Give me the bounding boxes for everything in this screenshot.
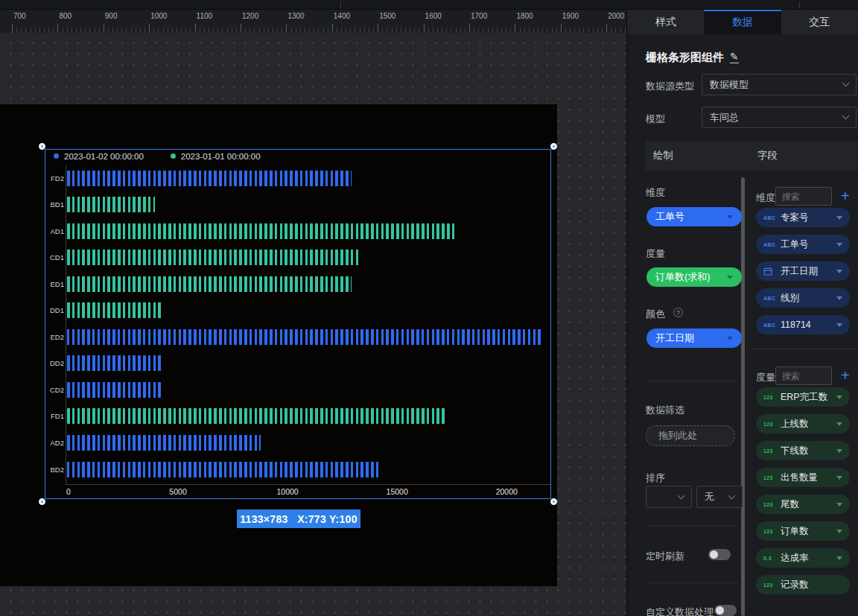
- scrollbar-thumb[interactable]: [741, 177, 745, 616]
- field-type-icon: 123: [763, 582, 776, 588]
- measure-field-pill[interactable]: 123上线数: [756, 414, 850, 434]
- dimension-field-pill[interactable]: ABC118714: [756, 315, 850, 334]
- edit-pencil-icon[interactable]: ✎: [730, 51, 739, 63]
- measure-field-pill[interactable]: 123尾数: [756, 495, 850, 514]
- resize-handle-bottom-left[interactable]: [39, 498, 45, 505]
- chart-legend: 2023-01-02 00:00:002023-01-01 00:00:00: [54, 150, 261, 162]
- help-icon[interactable]: ?: [673, 308, 683, 317]
- field-name: 下线数: [781, 445, 809, 457]
- sort-field-select[interactable]: [646, 486, 692, 508]
- chevron-down-icon: [678, 492, 685, 499]
- artboard[interactable]: 2023-01-02 00:00:002023-01-01 00:00:00 F…: [0, 104, 557, 586]
- bar-row: CD2: [45, 382, 551, 398]
- dimension-field-pill[interactable]: ABC工单号: [756, 235, 850, 254]
- add-measure-button[interactable]: +: [841, 368, 850, 383]
- tab-data[interactable]: 数据: [704, 10, 781, 34]
- add-dimension-button[interactable]: +: [841, 188, 850, 203]
- bar[interactable]: [67, 197, 155, 212]
- filter-dropzone[interactable]: 拖到此处: [646, 425, 735, 446]
- dimension-pill[interactable]: 工单号: [646, 207, 742, 226]
- color-pill[interactable]: 开工日期: [646, 328, 742, 348]
- bar[interactable]: [67, 223, 455, 239]
- field-type-icon: ABC: [763, 242, 776, 247]
- bar[interactable]: [67, 302, 162, 318]
- measure-search-input[interactable]: [775, 366, 832, 385]
- field-name: 达成率: [781, 552, 809, 565]
- field-name: 118714: [781, 320, 811, 330]
- ruler-number: 1600: [425, 12, 442, 20]
- resize-handle-top-left[interactable]: [39, 143, 45, 150]
- measure-field-pill[interactable]: 0.3达成率: [756, 548, 850, 568]
- dimension-search-input[interactable]: [775, 187, 832, 206]
- bar-category-label: ED2: [45, 329, 64, 345]
- field-type-icon: 123: [763, 448, 776, 454]
- subtab-fields[interactable]: 字段: [757, 149, 778, 162]
- model-select[interactable]: 车间总: [702, 107, 857, 128]
- chevron-down-icon: [836, 503, 842, 507]
- fields-measure-label: 度量: [756, 371, 775, 384]
- dimension-field-pill[interactable]: ABC线别: [756, 288, 850, 308]
- legend-label: 2023-01-01 00:00:00: [181, 152, 261, 161]
- bar[interactable]: [67, 382, 162, 398]
- bar[interactable]: [67, 462, 381, 477]
- measure-field-pill[interactable]: 123下线数: [756, 441, 850, 460]
- x-axis-tick-label: 15000: [387, 487, 408, 496]
- field-type-icon: ABC: [763, 296, 776, 301]
- legend-item[interactable]: 2023-01-01 00:00:00: [171, 152, 261, 161]
- bar[interactable]: [67, 355, 162, 371]
- subtab-draw[interactable]: 绘制: [653, 149, 673, 162]
- bar[interactable]: [67, 250, 358, 265]
- chevron-down-icon: [842, 80, 850, 87]
- x-axis-tick-label: 20000: [496, 487, 518, 496]
- measure-field-pill[interactable]: 123ERP完工数: [756, 387, 850, 407]
- auto-refresh-toggle[interactable]: [708, 549, 731, 560]
- model-value: 车间总: [710, 111, 739, 124]
- ruler-number: 2000: [608, 12, 624, 20]
- bar[interactable]: [67, 171, 352, 186]
- resize-handle-bottom-right[interactable]: [550, 498, 557, 505]
- custom-processing-label: 自定义数据处理: [646, 606, 714, 616]
- bar[interactable]: [67, 435, 261, 451]
- chevron-down-icon: [836, 270, 842, 273]
- ruler-number: 1900: [562, 12, 579, 20]
- field-type-icon: ABC: [763, 215, 776, 220]
- bar[interactable]: [67, 329, 541, 345]
- field-type-icon: 0.3: [763, 556, 776, 561]
- field-type-icon: ABC: [763, 323, 776, 328]
- measure-label: 度量: [646, 247, 665, 261]
- bar[interactable]: [67, 276, 352, 292]
- sort-order-select[interactable]: 无: [696, 486, 743, 508]
- ruler-number: 900: [105, 12, 118, 20]
- chevron-down-icon: [836, 530, 842, 533]
- bar[interactable]: [67, 408, 445, 424]
- toolbar-separator: [799, 1, 800, 8]
- auto-refresh-label: 定时刷新: [646, 550, 684, 563]
- chevron-down-icon: [836, 556, 842, 560]
- bar-category-label: CD1: [45, 250, 64, 265]
- bar-row: ED2: [45, 329, 551, 345]
- x-axis-tick-label: 0: [66, 487, 71, 496]
- bar-row: CD1: [45, 250, 551, 265]
- grid-bar-chart-component[interactable]: 2023-01-02 00:00:002023-01-01 00:00:00 F…: [45, 149, 551, 499]
- measure-field-pill[interactable]: 123出售数量: [756, 468, 850, 487]
- chevron-down-icon: [836, 422, 842, 426]
- datasource-type-select[interactable]: 数据模型: [702, 74, 857, 95]
- legend-label: 2023-01-02 00:00:00: [64, 152, 144, 161]
- bar-category-label: FD1: [45, 408, 64, 424]
- legend-item[interactable]: 2023-01-02 00:00:00: [54, 152, 144, 161]
- measure-field-pill[interactable]: 123订单数: [756, 521, 850, 541]
- legend-dot-icon: [171, 153, 176, 159]
- measure-field-pill[interactable]: 123记录数: [756, 575, 850, 594]
- dimension-field-pill[interactable]: ABC专案号: [756, 208, 850, 227]
- bar-row: AD1: [45, 223, 551, 239]
- dimension-field-pill[interactable]: 开工日期: [756, 261, 850, 281]
- custom-processing-toggle[interactable]: [714, 605, 737, 616]
- tab-style[interactable]: 样式: [627, 10, 704, 34]
- model-label: 模型: [646, 112, 665, 126]
- ruler-number: 1700: [471, 12, 487, 20]
- resize-handle-top-right[interactable]: [550, 143, 557, 150]
- editor-canvas[interactable]: 2023-01-02 00:00:002023-01-01 00:00:00 F…: [0, 33, 626, 616]
- chevron-down-icon: [727, 337, 733, 340]
- tab-interaction[interactable]: 交互: [781, 10, 858, 34]
- measure-pill[interactable]: 订单数(求和): [646, 267, 742, 287]
